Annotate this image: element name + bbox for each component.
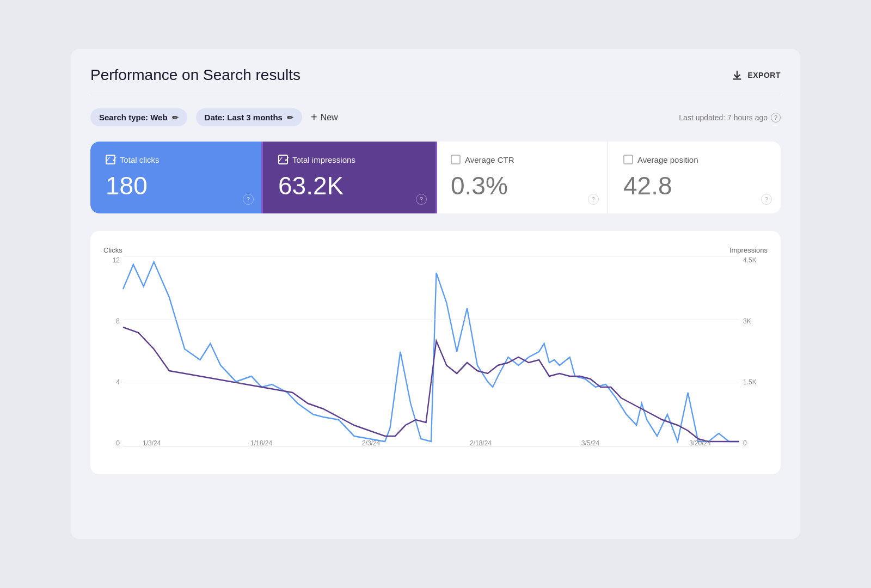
left-axis-label: Clicks (103, 246, 122, 254)
search-type-edit-icon: ✏ (172, 113, 179, 122)
x-axis-labels: 1/3/24 1/18/24 2/3/24 2/18/24 3/5/24 3/2… (143, 439, 711, 447)
average-position-help-icon[interactable]: ? (761, 194, 772, 205)
average-ctr-help-icon[interactable]: ? (588, 194, 599, 205)
average-position-label: Average position (637, 155, 698, 164)
last-updated: Last updated: 7 hours ago ? (679, 113, 781, 122)
total-impressions-help-icon[interactable]: ? (416, 194, 427, 205)
export-button[interactable]: EXPORT (731, 69, 781, 81)
total-impressions-value: 63.2K (278, 173, 420, 198)
average-position-value: 42.8 (623, 173, 765, 198)
chart-svg (123, 256, 739, 447)
chart-area: 0 4 8 12 0 1.5K 3K 4.5K (103, 256, 768, 463)
average-ctr-checkbox[interactable] (451, 155, 461, 164)
total-clicks-value: 180 (106, 173, 247, 198)
page-header: Performance on Search results EXPORT (90, 66, 781, 95)
total-clicks-checkbox[interactable]: ✓ (106, 155, 115, 164)
total-impressions-label: Total impressions (292, 155, 355, 164)
right-axis-label: Impressions (729, 246, 768, 254)
chart-container: Clicks Impressions 0 4 8 12 0 1.5K 3K 4.… (90, 231, 781, 474)
metrics-row: ✓ Total clicks 180 ? ✓ Total impressions… (90, 142, 781, 213)
date-edit-icon: ✏ (287, 113, 293, 122)
page-title: Performance on Search results (90, 66, 300, 84)
new-filter-button[interactable]: + New (311, 111, 338, 124)
filters-row: Search type: Web ✏ Date: Last 3 months ✏… (90, 108, 781, 126)
average-ctr-label: Average CTR (465, 155, 514, 164)
total-clicks-label: Total clicks (120, 155, 160, 164)
average-ctr-value: 0.3% (451, 173, 592, 198)
main-card: Performance on Search results EXPORT Sea… (71, 49, 800, 539)
average-position-card[interactable]: Average position 42.8 ? (608, 142, 781, 213)
average-ctr-card[interactable]: Average CTR 0.3% ? (436, 142, 608, 213)
chart-plot: 1/3/24 1/18/24 2/3/24 2/18/24 3/5/24 3/2… (123, 256, 739, 447)
last-updated-help-icon[interactable]: ? (771, 113, 781, 122)
search-type-filter[interactable]: Search type: Web ✏ (90, 108, 187, 126)
average-position-checkbox[interactable] (623, 155, 633, 164)
export-icon (731, 69, 743, 81)
y-axis-right: 0 1.5K 3K 4.5K (743, 256, 768, 447)
y-axis-left: 0 4 8 12 (103, 256, 120, 447)
total-clicks-card[interactable]: ✓ Total clicks 180 ? (90, 142, 263, 213)
plus-icon: + (311, 111, 317, 124)
total-impressions-card[interactable]: ✓ Total impressions 63.2K ? (261, 142, 437, 213)
total-clicks-help-icon[interactable]: ? (243, 194, 254, 205)
total-impressions-checkbox[interactable]: ✓ (278, 155, 288, 164)
date-filter[interactable]: Date: Last 3 months ✏ (196, 108, 302, 126)
